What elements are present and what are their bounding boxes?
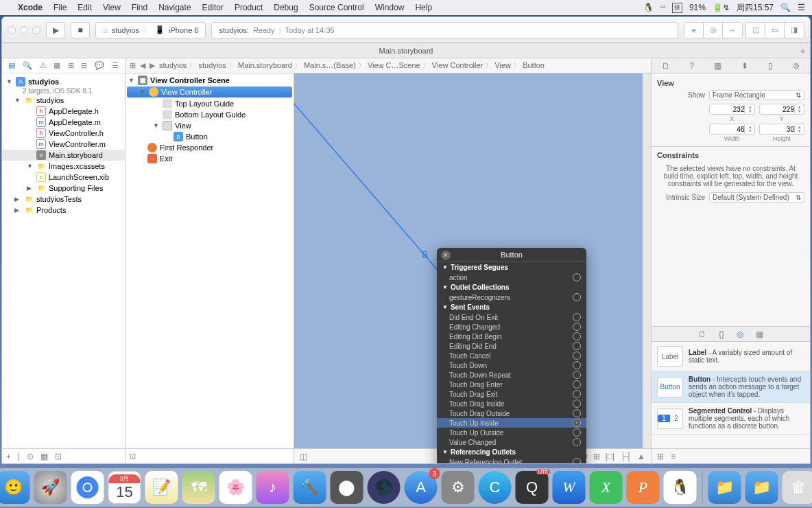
tab-title[interactable]: Main.storyboard: [379, 47, 433, 55]
menu-source-control[interactable]: Source Control: [309, 3, 364, 12]
menu-editor[interactable]: Editor: [202, 3, 224, 12]
outline-bottom-layout-guide[interactable]: Bottom Layout Guide: [126, 109, 294, 120]
popover-item-touch-up-inside[interactable]: Touch Up Inside+: [437, 418, 586, 428]
frame-mode-select[interactable]: Frame Rectangle⇅: [709, 90, 804, 100]
dock-downloads[interactable]: 📁: [708, 471, 741, 504]
status-battery-icon[interactable]: 🔋↯: [713, 3, 730, 12]
menu-debug[interactable]: Debug: [274, 3, 298, 12]
popover-item-touch-drag-exit[interactable]: Touch Drag Exit: [437, 389, 586, 399]
menu-find[interactable]: Find: [132, 3, 147, 12]
library-selector[interactable]: 🗋{}◎▦: [652, 327, 810, 342]
dock-calendar[interactable]: 3月15: [108, 471, 141, 504]
outline-top-layout-guide[interactable]: Top Layout Guide: [126, 98, 294, 109]
dock-photos[interactable]: 🌸: [219, 471, 252, 504]
menu-window[interactable]: Window: [375, 3, 405, 12]
jumpbar-seg-0[interactable]: studyios: [159, 61, 187, 69]
navigator-filter[interactable]: +|⊙▦⊡: [2, 448, 125, 463]
project-tree[interactable]: ▼Astudyios 2 targets, iOS SDK 8.1 ▼📁stud…: [2, 73, 125, 448]
menu-view[interactable]: View: [103, 3, 121, 12]
nav-item-appdelegate-m[interactable]: mAppDelegate.m: [2, 117, 125, 128]
dock-cq[interactable]: C: [479, 471, 512, 504]
jumpbar-seg-7[interactable]: Button: [523, 61, 545, 69]
dock-xcode[interactable]: 🔨: [294, 471, 326, 504]
jumpbar-seg-5[interactable]: View Controller: [432, 61, 483, 69]
menu-navigate[interactable]: Navigate: [158, 3, 191, 12]
width-field[interactable]: ▴▾: [709, 124, 755, 135]
y-field[interactable]: ▴▾: [759, 104, 805, 115]
navigator-selector[interactable]: ▤🔍⚠▦⊞⊟💬☰: [2, 58, 125, 73]
popover-item-touch-drag-enter[interactable]: Touch Drag Enter: [437, 380, 586, 389]
outline-exit[interactable]: →Exit: [126, 153, 294, 164]
canvas-button[interactable]: B: [422, 249, 428, 260]
menu-file[interactable]: File: [53, 3, 67, 12]
status-wifi-icon[interactable]: ⌔: [660, 3, 665, 12]
outline-button[interactable]: BButton: [126, 131, 294, 142]
popover-item-new-referencing-outlet[interactable]: New Referencing Outlet: [437, 457, 586, 463]
status-notifications-icon[interactable]: ☰: [798, 3, 805, 12]
dock-wps-x[interactable]: X: [590, 471, 623, 504]
status-input-icon[interactable]: 拼: [672, 3, 682, 13]
run-button[interactable]: ▶: [46, 22, 65, 38]
dock-chrome[interactable]: [71, 471, 104, 504]
nav-item-images-xcassets[interactable]: ▼📁Images.xcassets: [2, 161, 125, 172]
jump-bar[interactable]: ⊞◀▶ studyios 〉 studyios 〉 Main.storyboar…: [126, 58, 651, 73]
popover-close-button[interactable]: ✕: [441, 251, 451, 260]
jumpbar-seg-3[interactable]: Main.s…(Base): [304, 61, 356, 69]
intrinsic-select[interactable]: Default (System Defined)⇅: [709, 192, 804, 203]
document-outline[interactable]: ▼▦View Controller Scene ▼View Controller…: [126, 73, 294, 463]
window-controls[interactable]: [8, 26, 40, 34]
outline-view-controller[interactable]: ▼View Controller: [127, 86, 292, 97]
dock-qq[interactable]: 🐧: [664, 471, 697, 504]
nav-item-main-storyboard[interactable]: ≡Main.storyboard: [2, 150, 125, 161]
nav-item-appdelegate-h[interactable]: hAppDelegate.h: [2, 106, 125, 117]
ib-canvas[interactable]: B ◫ w⊞|□|├┤▲ ✕ Button ▼Triggered Seguesa…: [294, 73, 651, 463]
popover-item-touch-down-repeat[interactable]: Touch Down Repeat: [437, 370, 586, 380]
popover-item-editing-did-end[interactable]: Editing Did End: [437, 341, 586, 351]
library-item-segmented[interactable]: 12Segmented Control - Displays multiple …: [652, 403, 810, 435]
popover-item-touch-up-outside[interactable]: Touch Up Outside: [437, 428, 586, 437]
nav-item-launchscreen-xib[interactable]: xLaunchScreen.xib: [2, 172, 125, 183]
popover-item-touch-drag-outside[interactable]: Touch Drag Outside: [437, 408, 586, 418]
nav-item-viewcontroller-h[interactable]: hViewController.h: [2, 128, 125, 139]
library-filter[interactable]: ⊞≡: [652, 448, 810, 463]
jumpbar-seg-2[interactable]: Main.storyboard: [238, 61, 292, 69]
dock-documents[interactable]: 📁: [745, 471, 778, 504]
dock-wps-p[interactable]: P: [627, 471, 660, 504]
dock-preferences[interactable]: ⚙: [442, 471, 475, 504]
connections-popover[interactable]: ✕ Button ▼Triggered Seguesaction▼Outlet …: [437, 248, 586, 463]
status-spotlight-icon[interactable]: 🔍: [780, 3, 791, 12]
inspector-selector[interactable]: 🗋?▦⬍▯⊚: [652, 58, 810, 73]
tab-add-button[interactable]: +: [800, 45, 806, 56]
outline-view[interactable]: ▼View: [126, 120, 294, 131]
popover-item-touch-cancel[interactable]: Touch Cancel: [437, 351, 586, 360]
height-field[interactable]: ▴▾: [759, 124, 805, 135]
jumpbar-seg-6[interactable]: View: [494, 61, 511, 69]
status-clock[interactable]: 周四15:57: [737, 2, 774, 14]
dock-wps-w[interactable]: W: [553, 471, 586, 504]
menu-product[interactable]: Product: [235, 3, 263, 12]
jumpbar-seg-4[interactable]: View C…Scene: [368, 61, 420, 69]
dock[interactable]: 🙂 🚀 3月15 📝 🗺 🌸 ♪ 🔨 ⬤ 🌑 A3 ⚙ C QLITE W X …: [0, 468, 812, 507]
nav-item-products[interactable]: ▶📁Products: [2, 205, 125, 216]
dock-maps[interactable]: 🗺: [182, 471, 215, 504]
library-item-label[interactable]: LabelLabel - A variably sized amount of …: [652, 342, 810, 371]
menu-edit[interactable]: Edit: [77, 3, 92, 12]
popover-item-editing-changed[interactable]: Editing Changed: [437, 322, 586, 332]
panel-toggle-segment[interactable]: ◫ ▭ ◨: [745, 22, 804, 38]
nav-item-supporting-files[interactable]: ▶📁Supporting Files: [2, 183, 125, 194]
dock-dashcode[interactable]: ⬤: [331, 471, 363, 504]
library-item-button[interactable]: ButtonButton - Intercepts touch events a…: [652, 371, 810, 403]
popover-item-touch-drag-inside[interactable]: Touch Drag Inside: [437, 399, 586, 408]
outline-first-responder[interactable]: First Responder: [126, 142, 294, 153]
popover-item-value-changed[interactable]: Value Changed: [437, 437, 586, 447]
app-menu[interactable]: Xcode: [18, 3, 43, 12]
dock-notes[interactable]: 📝: [145, 471, 178, 504]
popover-item-touch-down[interactable]: Touch Down: [437, 360, 586, 370]
outline-filter[interactable]: ⊡: [126, 448, 294, 463]
jumpbar-seg-1[interactable]: studyios: [198, 61, 226, 69]
dock-finder[interactable]: 🙂: [0, 471, 30, 504]
nav-item-studyios[interactable]: ▼📁studyios: [2, 95, 125, 106]
scheme-selector[interactable]: ⌂studyios〉 📱iPhone 6: [95, 22, 206, 38]
dock-qqvideo[interactable]: QLITE: [516, 471, 549, 504]
dock-appstore[interactable]: A3: [405, 471, 438, 504]
